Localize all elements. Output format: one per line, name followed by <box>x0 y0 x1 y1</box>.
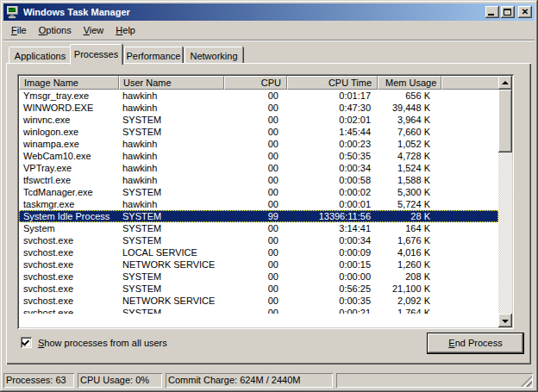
table-row[interactable]: taskmgr.exehawkinh000:00:015,724 K <box>19 198 498 210</box>
arrow-down-icon <box>502 320 509 323</box>
titlebar[interactable]: Windows Task Manager ✕ <box>3 3 535 21</box>
show-all-users-checkbox[interactable] <box>21 337 32 348</box>
cell-cpu: 00 <box>224 246 287 258</box>
cell-cpu: 00 <box>224 102 287 114</box>
table-row[interactable]: svchost.exeSYSTEM000:56:2521,100 K <box>19 283 498 295</box>
vertical-scrollbar[interactable] <box>498 76 512 327</box>
cell-cpu: 00 <box>224 186 287 198</box>
cell-mem: 1,764 K <box>378 307 441 314</box>
cell-time: 0:00:35 <box>287 295 378 307</box>
cell-cpu: 99 <box>224 210 287 222</box>
column-header-cpu-time[interactable]: CPU Time <box>287 76 378 90</box>
cell-fill <box>441 258 498 271</box>
cell-cpu: 00 <box>224 283 287 295</box>
table-row[interactable]: svchost.exeNETWORK SERVICE000:00:352,092… <box>19 295 498 307</box>
column-header-mem-usage[interactable]: Mem Usage <box>378 76 441 90</box>
cell-time: 0:50:35 <box>287 150 378 162</box>
table-row[interactable]: winvnc.exeSYSTEM000:02:013,964 K <box>19 114 498 126</box>
cell-cpu: 00 <box>224 198 287 210</box>
table-row[interactable]: WINWORD.EXEhawkinh000:47:3039,448 K <box>19 102 498 114</box>
process-rows: Ymsgr_tray.exehawkinh000:01:17656 KWINWO… <box>19 90 498 314</box>
scroll-up-button[interactable] <box>498 76 512 90</box>
scroll-down-button[interactable] <box>498 314 512 327</box>
cell-fill <box>441 186 498 198</box>
menu-help[interactable]: Help <box>109 23 141 37</box>
cell-mem: 5,724 K <box>378 198 441 210</box>
cell-image: svchost.exe <box>19 307 119 314</box>
cell-time: 0:00:01 <box>287 198 378 210</box>
table-row[interactable]: System Idle ProcessSYSTEM9913396:11:5628… <box>19 210 498 222</box>
cell-image: svchost.exe <box>19 234 119 246</box>
maximize-icon <box>504 9 511 16</box>
cell-image: taskmgr.exe <box>19 198 119 210</box>
cell-image: svchost.exe <box>19 283 119 295</box>
cell-fill <box>441 283 498 295</box>
processes-tab-panel: Image Name User Name CPU CPU Time Mem Us… <box>6 63 531 364</box>
cell-cpu: 00 <box>224 307 287 314</box>
cell-mem: 28 K <box>378 210 441 222</box>
tab-processes[interactable]: Processes <box>70 44 122 65</box>
table-row[interactable]: WebCam10.exehawkinh000:50:354,728 K <box>19 150 498 162</box>
table-row[interactable]: tfswctrl.exehawkinh000:00:581,588 K <box>19 174 498 186</box>
show-all-users-label[interactable]: Show processes from all users <box>38 338 167 348</box>
minimize-icon <box>488 14 494 16</box>
cell-time: 0:00:09 <box>287 246 378 258</box>
cell-time: 0:56:25 <box>287 283 378 295</box>
column-header-cpu[interactable]: CPU <box>224 76 287 90</box>
checkmark-icon <box>22 338 29 345</box>
minimize-button[interactable] <box>485 6 499 18</box>
table-row[interactable]: winampa.exehawkinh000:00:231,052 K <box>19 138 498 150</box>
table-row[interactable]: SystemSYSTEM003:14:41164 K <box>19 222 498 234</box>
cell-user: hawkinh <box>119 90 224 102</box>
tab-performance[interactable]: Performance <box>124 47 183 64</box>
table-row[interactable]: svchost.exeSYSTEM000:00:341,676 K <box>19 234 498 246</box>
table-row[interactable]: winlogon.exeSYSTEM001:45:447,660 K <box>19 126 498 138</box>
cell-mem: 7,660 K <box>378 126 441 138</box>
table-row[interactable]: VPTray.exehawkinh000:00:341,524 K <box>19 162 498 174</box>
cell-mem: 5,300 K <box>378 186 441 198</box>
cell-cpu: 00 <box>224 150 287 162</box>
cell-mem: 2,092 K <box>378 295 441 307</box>
menu-view[interactable]: View <box>78 23 110 37</box>
close-button[interactable]: ✕ <box>518 6 532 18</box>
status-processes: Processes: 63 <box>3 373 74 388</box>
cell-mem: 39,448 K <box>378 102 441 114</box>
cell-user: hawkinh <box>119 198 224 210</box>
cell-image: System <box>19 222 119 234</box>
menu-file[interactable]: File <box>5 23 33 37</box>
end-process-button[interactable]: End Process <box>427 333 524 354</box>
cell-cpu: 00 <box>224 271 287 283</box>
cell-mem: 3,964 K <box>378 114 441 126</box>
cell-user: hawkinh <box>119 150 224 162</box>
cell-mem: 21,100 K <box>378 283 441 295</box>
table-row[interactable]: svchost.exeSYSTEM000:00:211,764 K <box>19 307 498 314</box>
column-header-filler <box>441 76 498 90</box>
column-header-user-name[interactable]: User Name <box>119 76 224 90</box>
cell-fill <box>441 246 498 258</box>
cell-fill <box>441 162 498 174</box>
maximize-button[interactable] <box>501 6 515 18</box>
scrollbar-thumb[interactable] <box>498 90 512 152</box>
menu-options[interactable]: Options <box>33 23 78 37</box>
cell-time: 0:00:00 <box>287 271 378 283</box>
cell-cpu: 00 <box>224 138 287 150</box>
cell-user: LOCAL SERVICE <box>119 246 224 258</box>
task-manager-window: Windows Task Manager ✕ File Options View… <box>0 0 538 392</box>
cell-user: SYSTEM <box>119 186 224 198</box>
cell-time: 0:02:01 <box>287 114 378 126</box>
cell-time: 0:00:34 <box>287 162 378 174</box>
table-row[interactable]: TcdManager.exeSYSTEM000:00:025,300 K <box>19 186 498 198</box>
table-row[interactable]: svchost.exeNETWORK SERVICE000:00:151,260… <box>19 258 498 271</box>
cell-image: svchost.exe <box>19 258 119 271</box>
column-header-image-name[interactable]: Image Name <box>19 76 119 90</box>
table-row[interactable]: svchost.exeSYSTEM000:00:00208 K <box>19 271 498 283</box>
cell-cpu: 00 <box>224 258 287 271</box>
cell-user: SYSTEM <box>119 283 224 295</box>
tab-applications[interactable]: Applications <box>9 47 72 64</box>
tab-networking[interactable]: Networking <box>185 47 243 64</box>
cell-time: 0:00:15 <box>287 258 378 271</box>
resize-grip-icon[interactable] <box>521 376 532 387</box>
table-row[interactable]: svchost.exeLOCAL SERVICE000:00:094,016 K <box>19 246 498 258</box>
cell-image: winampa.exe <box>19 138 119 150</box>
table-row[interactable]: Ymsgr_tray.exehawkinh000:01:17656 K <box>19 90 498 102</box>
